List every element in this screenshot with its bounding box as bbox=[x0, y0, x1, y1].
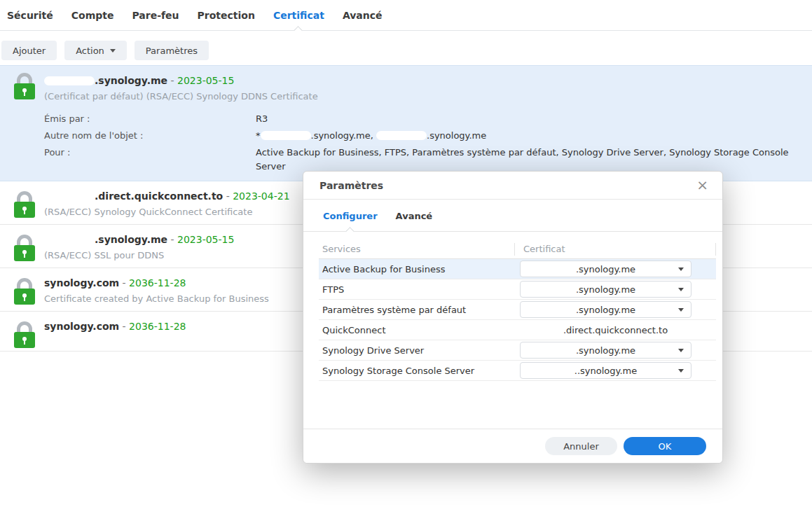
certificate-subtitle: (Certificat par défaut) (RSA/ECC) Synolo… bbox=[44, 91, 799, 102]
detail-label: Pour : bbox=[44, 146, 256, 174]
certificate-details: Émis par :R3Autre nom de l'objet :*.syno… bbox=[44, 112, 799, 174]
tab-pare-feu[interactable]: Pare-feu bbox=[132, 0, 179, 30]
certificate-dropdown[interactable]: .synology.me bbox=[520, 260, 691, 277]
service-name: Synology Storage Console Server bbox=[319, 366, 515, 376]
lock-icon bbox=[14, 235, 35, 261]
service-row: QuickConnect.direct.quickconnect.to bbox=[319, 320, 716, 340]
service-certificate-table: Services Certificat Active Backup for Bu… bbox=[319, 239, 716, 381]
service-row: Synology Storage Console Server..synolog… bbox=[319, 361, 716, 381]
certificate-row[interactable]: .synology.me - 2023-05-15(Certificat par… bbox=[0, 65, 812, 181]
redacted-text bbox=[376, 131, 427, 140]
table-header: Services Certificat bbox=[319, 239, 716, 259]
title-separator: - bbox=[167, 234, 177, 245]
certificate-expiry-date: 2036-11-28 bbox=[129, 277, 186, 289]
certificate-name: synology.com bbox=[44, 321, 119, 332]
certificate-cell: .synology.me bbox=[515, 281, 716, 298]
service-row: Synology Drive Server.synology.me bbox=[319, 340, 716, 361]
annuler-button[interactable]: Annuler bbox=[545, 437, 617, 455]
chevron-down-icon bbox=[110, 49, 116, 53]
title-separator: - bbox=[223, 190, 233, 202]
service-name: Active Backup for Business bbox=[319, 264, 515, 275]
certificate-expiry-date: 2036-11-28 bbox=[129, 321, 186, 332]
certificate-title: .synology.me - 2023-05-15 bbox=[44, 74, 799, 87]
service-row: FTPS.synology.me bbox=[319, 279, 716, 300]
service-name: Paramètres système par défaut bbox=[319, 305, 515, 315]
chevron-down-icon bbox=[678, 308, 684, 312]
certificate-dropdown[interactable]: .synology.me bbox=[520, 301, 691, 318]
dropdown-value: .synology.me bbox=[576, 264, 635, 275]
certificate-dropdown[interactable]: .synology.me bbox=[520, 342, 691, 359]
tab-compte[interactable]: Compte bbox=[71, 0, 114, 30]
service-row: Paramètres système par défaut.synology.m… bbox=[319, 300, 716, 320]
redacted-text bbox=[261, 131, 311, 140]
lock-icon bbox=[14, 73, 35, 99]
service-name: Synology Drive Server bbox=[319, 345, 515, 356]
redacted-text bbox=[44, 235, 95, 244]
dropdown-value: .synology.me bbox=[576, 305, 635, 315]
ok-button[interactable]: OK bbox=[624, 437, 706, 455]
title-separator: - bbox=[119, 321, 129, 332]
lock-icon bbox=[14, 278, 35, 305]
tab-securite[interactable]: Sécurité bbox=[7, 0, 53, 30]
detail-label: Autre nom de l'objet : bbox=[44, 129, 256, 143]
title-separator: - bbox=[167, 75, 177, 86]
service-name: FTPS bbox=[319, 284, 515, 295]
detail-value: Active Backup for Business, FTPS, Paramè… bbox=[256, 146, 799, 174]
chevron-down-icon bbox=[678, 349, 684, 352]
parametres-dialog: Paramètres × Configurer Avancé Services … bbox=[303, 171, 723, 464]
certificate-cell: .synology.me bbox=[515, 301, 716, 318]
certificate-cell: .synology.me bbox=[515, 260, 716, 277]
services-column-header: Services bbox=[319, 243, 515, 256]
tab-certificat[interactable]: Certificat bbox=[273, 0, 324, 30]
certificate-name: .synology.me bbox=[44, 75, 167, 86]
ajouter-button[interactable]: Ajouter bbox=[1, 41, 57, 60]
parametres-button[interactable]: Paramètres bbox=[135, 41, 209, 60]
certificate-name: .synology.me bbox=[44, 234, 167, 245]
certificate-dropdown[interactable]: .synology.me bbox=[520, 281, 691, 298]
tab-avance[interactable]: Avancé bbox=[343, 0, 383, 30]
dropdown-value: ..synology.me bbox=[574, 366, 637, 376]
dropdown-value: .synology.me bbox=[576, 345, 635, 356]
dialog-header: Paramètres × bbox=[303, 172, 722, 200]
redacted-text bbox=[44, 76, 95, 85]
certificate-value: .direct.quickconnect.to bbox=[515, 325, 716, 335]
chevron-down-icon bbox=[678, 268, 684, 271]
dialog-title: Paramètres bbox=[319, 180, 383, 191]
service-row: Active Backup for Business.synology.me bbox=[319, 259, 716, 279]
tab-avance-dialog[interactable]: Avancé bbox=[396, 200, 433, 231]
certificate-expiry-date: 2023-05-15 bbox=[177, 234, 234, 245]
detail-value: *.synology.me, .synology.me bbox=[256, 129, 799, 143]
detail-label: Émis par : bbox=[44, 112, 256, 126]
certificate-cell: .synology.me bbox=[515, 342, 716, 359]
active-tab-notch bbox=[345, 227, 355, 236]
certificat-column-header: Certificat bbox=[515, 243, 716, 256]
certificate-expiry-date: 2023-04-21 bbox=[233, 190, 289, 202]
certificate-dropdown[interactable]: ..synology.me bbox=[520, 362, 691, 379]
dropdown-value: .synology.me bbox=[576, 284, 635, 295]
service-name: QuickConnect bbox=[319, 325, 515, 335]
action-button[interactable]: Action bbox=[64, 41, 127, 60]
detail-value: R3 bbox=[256, 112, 799, 126]
tab-configurer[interactable]: Configurer bbox=[323, 200, 378, 231]
dialog-tab-bar: Configurer Avancé bbox=[303, 200, 722, 232]
dialog-footer: Annuler OK bbox=[303, 429, 722, 463]
chevron-down-icon bbox=[678, 288, 684, 291]
lock-icon bbox=[14, 191, 35, 218]
certificate-cell: ..synology.me bbox=[515, 362, 716, 379]
certificate-cell: .direct.quickconnect.to bbox=[515, 325, 716, 335]
toolbar: Ajouter Action Paramètres bbox=[0, 31, 812, 60]
certificate-name: .direct.quickconnect.to bbox=[44, 190, 223, 202]
tab-protection[interactable]: Protection bbox=[198, 0, 255, 30]
service-rows: Active Backup for Business.synology.meFT… bbox=[319, 259, 716, 381]
title-separator: - bbox=[119, 277, 129, 289]
certificate-name: synology.com bbox=[44, 277, 119, 289]
chevron-down-icon bbox=[678, 369, 684, 373]
redacted-text bbox=[44, 192, 95, 201]
tab-bar: Sécurité Compte Pare-feu Protection Cert… bbox=[0, 0, 812, 31]
certificate-expiry-date: 2023-05-15 bbox=[177, 75, 234, 86]
lock-icon bbox=[14, 321, 35, 348]
close-icon[interactable]: × bbox=[696, 176, 708, 193]
